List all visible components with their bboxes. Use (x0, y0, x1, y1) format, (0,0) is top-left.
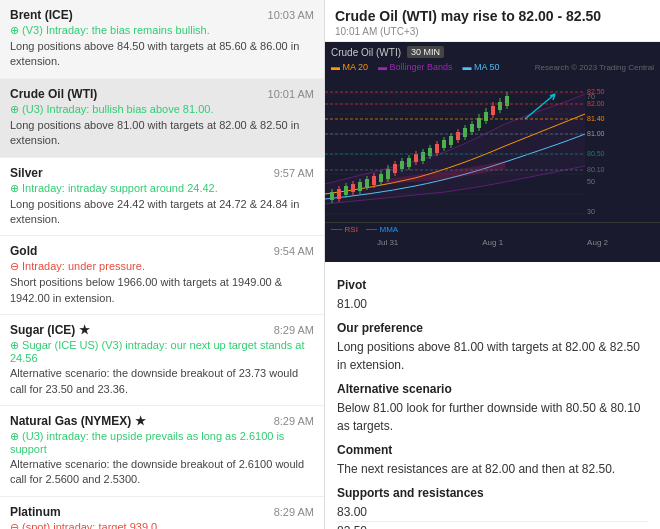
mma-label: ── MMA (366, 225, 398, 234)
item-signal-platinum: ⊖ (spot) intraday: target 939.0 (10, 521, 314, 529)
svg-rect-20 (358, 182, 362, 191)
item-desc-natural-gas: Alternative scenario: the downside break… (10, 457, 314, 488)
svg-rect-71 (477, 118, 481, 128)
item-time-gold: 9:54 AM (274, 245, 314, 257)
list-item-platinum[interactable]: Platinum8:29 AM⊖ (spot) intraday: target… (0, 497, 324, 529)
svg-rect-14 (344, 186, 348, 195)
list-item-silver[interactable]: Silver9:57 AM⊕ Intraday: intraday suppor… (0, 158, 324, 237)
right-subtitle-time: 10:01 AM (UTC+3) (335, 26, 650, 37)
item-title-platinum: Platinum (10, 505, 61, 519)
right-header: Crude Oil (WTI) may rise to 82.00 - 82.5… (325, 0, 660, 42)
xaxis-label-aug2: Aug 2 (587, 238, 608, 247)
item-signal-crude-oil: ⊕ (U3) Intraday: bullish bias above 81.0… (10, 103, 314, 116)
svg-text:70: 70 (587, 93, 595, 100)
star-icon: ★ (79, 323, 90, 337)
item-time-brent: 10:03 AM (268, 9, 314, 21)
svg-rect-17 (351, 184, 355, 192)
item-desc-sugar-ice: Alternative scenario: the downside break… (10, 366, 314, 397)
item-time-silver: 9:57 AM (274, 167, 314, 179)
item-header-silver: Silver9:57 AM (10, 166, 314, 180)
svg-rect-26 (372, 176, 376, 185)
alternative-scenario-value: Below 81.00 look for further downside wi… (337, 399, 648, 435)
item-header-brent: Brent (ICE)10:03 AM (10, 8, 314, 22)
item-signal-brent: ⊕ (V3) Intraday: the bias remains bullis… (10, 24, 314, 37)
xaxis-label-jul31: Jul 31 (377, 238, 398, 247)
svg-text:82.00: 82.00 (587, 100, 605, 107)
svg-rect-53 (435, 144, 439, 153)
list-item-gold[interactable]: Gold9:54 AM⊖ Intraday: under pressure.Sh… (0, 236, 324, 315)
item-header-natural-gas: Natural Gas (NYMEX) ★8:29 AM (10, 414, 314, 428)
list-item-sugar-ice[interactable]: Sugar (ICE) ★8:29 AM⊕ Sugar (ICE US) (V3… (0, 315, 324, 406)
svg-rect-59 (449, 136, 453, 145)
pivot-label: Pivot (337, 278, 648, 292)
svg-rect-38 (400, 161, 404, 169)
support-item-2: 82.50 (337, 522, 648, 529)
svg-rect-65 (463, 128, 467, 137)
chart-xaxis: Jul 31 Aug 1 Aug 2 (325, 236, 660, 251)
item-header-crude-oil: Crude Oil (WTI)10:01 AM (10, 87, 314, 101)
item-desc-brent: Long positions above 84.50 with targets … (10, 39, 314, 70)
our-preference-value: Long positions above 81.00 with targets … (337, 338, 648, 374)
svg-rect-80 (498, 102, 502, 110)
rsi-area: ── RSI ── MMA (325, 222, 660, 236)
right-panel: Crude Oil (WTI) may rise to 82.00 - 82.5… (325, 0, 660, 529)
svg-rect-77 (491, 106, 495, 115)
list-item-brent[interactable]: Brent (ICE)10:03 AM⊕ (V3) Intraday: the … (0, 0, 324, 79)
svg-rect-50 (428, 148, 432, 156)
item-signal-silver: ⊕ Intraday: intraday support around 24.4… (10, 182, 314, 195)
item-header-sugar-ice: Sugar (ICE) ★8:29 AM (10, 323, 314, 337)
svg-rect-32 (386, 169, 390, 179)
legend-ma50: ▬ MA 50 (463, 62, 500, 72)
item-header-gold: Gold9:54 AM (10, 244, 314, 258)
list-item-natural-gas[interactable]: Natural Gas (NYMEX) ★8:29 AM⊕ (U3) intra… (0, 406, 324, 497)
chart-instrument-label: Crude Oil (WTI) (331, 47, 401, 58)
svg-rect-41 (407, 158, 411, 167)
svg-text:80.10: 80.10 (587, 166, 605, 173)
item-signal-natural-gas: ⊕ (U3) intraday: the upside prevails as … (10, 430, 314, 455)
chart-svg: 82.50 82.00 81.40 81.00 80.50 80.10 70 5… (325, 74, 622, 222)
svg-rect-62 (456, 132, 460, 140)
svg-rect-11 (337, 189, 341, 199)
svg-text:81.40: 81.40 (587, 115, 605, 122)
svg-text:30: 30 (587, 208, 595, 215)
svg-rect-29 (379, 174, 383, 182)
item-title-natural-gas: Natural Gas (NYMEX) ★ (10, 414, 146, 428)
item-title-gold: Gold (10, 244, 37, 258)
xaxis-label-aug1: Aug 1 (482, 238, 503, 247)
item-time-sugar-ice: 8:29 AM (274, 324, 314, 336)
svg-rect-83 (505, 96, 509, 106)
list-item-crude-oil[interactable]: Crude Oil (WTI)10:01 AM⊕ (U3) Intraday: … (0, 79, 324, 158)
item-title-brent: Brent (ICE) (10, 8, 73, 22)
item-time-platinum: 8:29 AM (274, 506, 314, 518)
item-title-crude-oil: Crude Oil (WTI) (10, 87, 97, 101)
svg-rect-74 (484, 112, 488, 121)
svg-rect-23 (365, 179, 369, 187)
svg-rect-35 (393, 164, 397, 173)
item-signal-gold: ⊖ Intraday: under pressure. (10, 260, 314, 273)
pivot-value: 81.00 (337, 295, 648, 313)
item-title-sugar-ice: Sugar (ICE) ★ (10, 323, 90, 337)
chart-timeframe-badge: 30 MIN (407, 46, 444, 58)
legend-bb: ▬ Bollinger Bands (378, 62, 453, 72)
right-title: Crude Oil (WTI) may rise to 82.00 - 82.5… (335, 8, 650, 24)
svg-text:81.00: 81.00 (587, 130, 605, 137)
item-time-natural-gas: 8:29 AM (274, 415, 314, 427)
item-signal-sugar-ice: ⊕ Sugar (ICE US) (V3) intraday: our next… (10, 339, 314, 364)
comment-value: The next resistances are at 82.00 and th… (337, 460, 648, 478)
item-desc-silver: Long positions above 24.42 with targets … (10, 197, 314, 228)
star-icon: ★ (135, 414, 146, 428)
right-content: Pivot 81.00 Our preference Long position… (325, 262, 660, 529)
svg-rect-56 (442, 140, 446, 148)
support-item-1: 83.00 (337, 503, 648, 522)
item-desc-gold: Short positions below 1966.00 with targe… (10, 275, 314, 306)
supports-resistances-label: Supports and resistances (337, 486, 648, 500)
svg-rect-44 (414, 154, 418, 162)
svg-rect-47 (421, 152, 425, 161)
legend-ma20: ▬ MA 20 (331, 62, 368, 72)
svg-rect-8 (330, 192, 334, 200)
item-desc-crude-oil: Long positions above 81.00 with targets … (10, 118, 314, 149)
svg-text:50: 50 (587, 178, 595, 185)
comment-label: Comment (337, 443, 648, 457)
chart-research-label: Research © 2023 Trading Central (535, 63, 654, 72)
our-preference-label: Our preference (337, 321, 648, 335)
